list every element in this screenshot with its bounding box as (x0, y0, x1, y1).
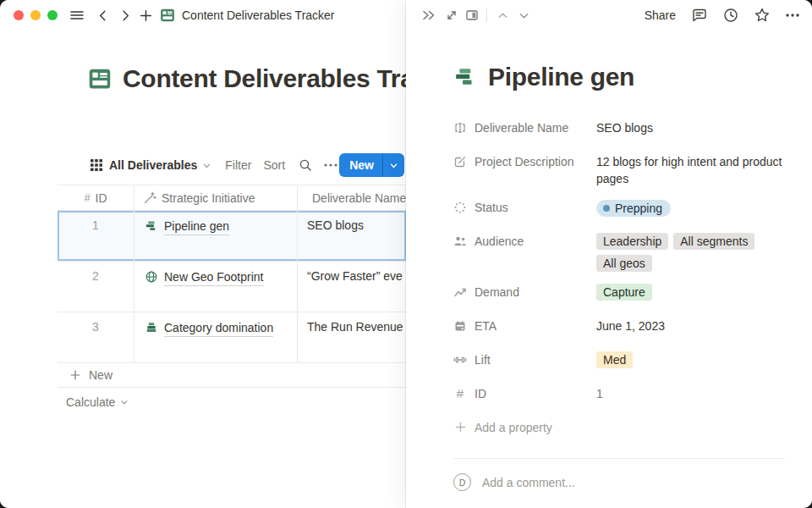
cell-id[interactable]: 3 (58, 312, 134, 362)
demand-tag[interactable]: Capture (596, 284, 652, 301)
new-record-dropdown[interactable] (383, 153, 404, 177)
property-value-lift[interactable]: Med (596, 345, 785, 373)
view-options-button[interactable] (323, 163, 338, 168)
search-icon (299, 158, 312, 172)
page-link[interactable]: Pipeline gen (164, 218, 229, 235)
property-value-id[interactable]: 1 (596, 379, 785, 407)
user-avatar: D (453, 473, 471, 491)
cell-deliverable-name[interactable]: SEO blogs (298, 211, 406, 261)
property-label[interactable]: Demand (453, 278, 596, 306)
status-tag[interactable]: Prepping (596, 200, 671, 217)
page-icon[interactable] (88, 67, 112, 91)
property-value-audience[interactable]: Leadership All segments All geos (596, 227, 785, 272)
property-label[interactable]: Project Description (453, 147, 596, 175)
view-toolbar: All Deliverables Filter Sort New (0, 152, 406, 178)
audience-tag[interactable]: Leadership (596, 233, 668, 250)
nav-back-button[interactable] (96, 9, 109, 22)
more-options-button[interactable] (785, 13, 800, 18)
comment-bubble-icon (691, 7, 708, 24)
property-value-eta[interactable]: June 1, 2023 (596, 312, 785, 340)
property-label[interactable]: Audience (453, 227, 596, 255)
star-icon (754, 7, 771, 24)
property-row-audience: Audience Leadership All segments All geo… (453, 227, 785, 272)
titlebar-title: Content Deliverables Tracker (182, 8, 335, 22)
sort-button[interactable]: Sort (263, 158, 285, 172)
open-full-page-button[interactable] (445, 8, 458, 22)
property-row-eta: ETA June 1, 2023 (453, 312, 785, 340)
filter-button[interactable]: Filter (225, 158, 251, 172)
chevron-down-icon (120, 398, 129, 406)
property-value-project-description[interactable]: 12 blogs for high intent and product pag… (596, 147, 785, 187)
column-header-strategic-initiative[interactable]: Strategic Initiative (134, 185, 298, 210)
record-title[interactable]: Pipeline gen (488, 63, 634, 91)
side-peek-mode-button[interactable] (465, 8, 479, 22)
view-switcher[interactable]: All Deliverables (91, 158, 211, 172)
people-icon (453, 235, 467, 248)
number-property-icon: # (84, 191, 90, 204)
audience-tag[interactable]: All geos (596, 255, 652, 272)
column-header-id[interactable]: # ID (58, 185, 134, 210)
cell-id[interactable]: 1 (58, 211, 134, 261)
lift-tag[interactable]: Med (596, 351, 633, 368)
calculate-button[interactable]: Calculate (58, 388, 406, 417)
close-peek-button[interactable] (421, 8, 436, 22)
add-row-button[interactable]: New (58, 363, 406, 388)
dumbbell-icon (453, 353, 467, 367)
close-window-button[interactable] (14, 10, 24, 20)
text-property-icon (453, 121, 467, 135)
property-label[interactable]: Deliverable Name (453, 113, 596, 141)
ellipsis-icon (785, 13, 800, 18)
calendar-icon (453, 319, 467, 333)
property-label[interactable]: Lift (453, 345, 596, 373)
new-record-button[interactable]: New (339, 153, 404, 177)
favorite-star-button[interactable] (754, 7, 771, 24)
fullscreen-window-button[interactable] (47, 10, 58, 20)
side-peek-icon (465, 8, 479, 22)
page-link[interactable]: Category domination (164, 320, 273, 337)
table-row-pipeline-gen[interactable]: 1 Pipeline gen SEO blogs (58, 211, 406, 262)
table-row-new-geo-footprint[interactable]: 2 New Geo Footprint “Grow Faster” eve (58, 262, 406, 312)
chevron-down-icon (202, 161, 211, 170)
chevron-right-icon (119, 9, 132, 22)
cell-deliverable-name[interactable]: The Run Revenue S (298, 312, 406, 362)
audience-tag[interactable]: All segments (673, 233, 754, 250)
nav-forward-button[interactable] (119, 9, 132, 22)
new-record-label: New (339, 153, 382, 177)
property-value-status[interactable]: Prepping (596, 193, 785, 221)
cell-deliverable-name[interactable]: “Grow Faster” eve (298, 262, 406, 312)
cell-strategic-initiative[interactable]: Category domination (134, 312, 298, 362)
toolbar-divider (486, 8, 487, 22)
property-label[interactable]: ETA (453, 312, 596, 340)
stacked-books-icon (145, 321, 158, 334)
cell-id[interactable]: 2 (58, 262, 134, 312)
previous-record-button[interactable] (497, 9, 509, 22)
new-tab-button[interactable] (139, 8, 153, 23)
bars-chart-icon (453, 65, 477, 89)
table-header-row: # ID Strategic Initiative Deliverable Na… (58, 185, 406, 211)
cell-strategic-initiative[interactable]: New Geo Footprint (134, 262, 298, 312)
comments-button[interactable] (691, 7, 708, 24)
updates-clock-button[interactable] (722, 7, 739, 24)
property-label[interactable]: # ID (453, 379, 596, 407)
add-property-button[interactable]: Add a property (453, 413, 785, 441)
column-header-deliverable-name[interactable]: Deliverable Name (298, 185, 406, 210)
record-icon[interactable] (453, 65, 477, 89)
minimize-window-button[interactable] (30, 10, 41, 20)
number-property-icon: # (453, 386, 467, 400)
hamburger-icon (69, 8, 85, 22)
page-link[interactable]: New Geo Footprint (164, 269, 264, 286)
main-pane: Content Deliverables Tracker Content Del… (0, 0, 406, 508)
add-comment-input[interactable]: Add a comment... (482, 476, 575, 489)
peek-header: Pipeline gen (453, 63, 785, 91)
page-title[interactable]: Content Deliverables Tracker (123, 64, 406, 93)
property-value-demand[interactable]: Capture (596, 278, 785, 306)
table-row-category-domination[interactable]: 3 Category domination The Run Revenue S (58, 312, 406, 363)
plus-icon (139, 8, 153, 23)
property-value-deliverable-name[interactable]: SEO blogs (596, 113, 785, 141)
share-button[interactable]: Share (645, 8, 676, 22)
cell-strategic-initiative[interactable]: Pipeline gen (134, 211, 298, 261)
next-record-button[interactable] (518, 9, 530, 22)
property-label[interactable]: Status (453, 193, 596, 221)
search-button[interactable] (299, 158, 312, 172)
sidebar-toggle-button[interactable] (69, 8, 85, 22)
